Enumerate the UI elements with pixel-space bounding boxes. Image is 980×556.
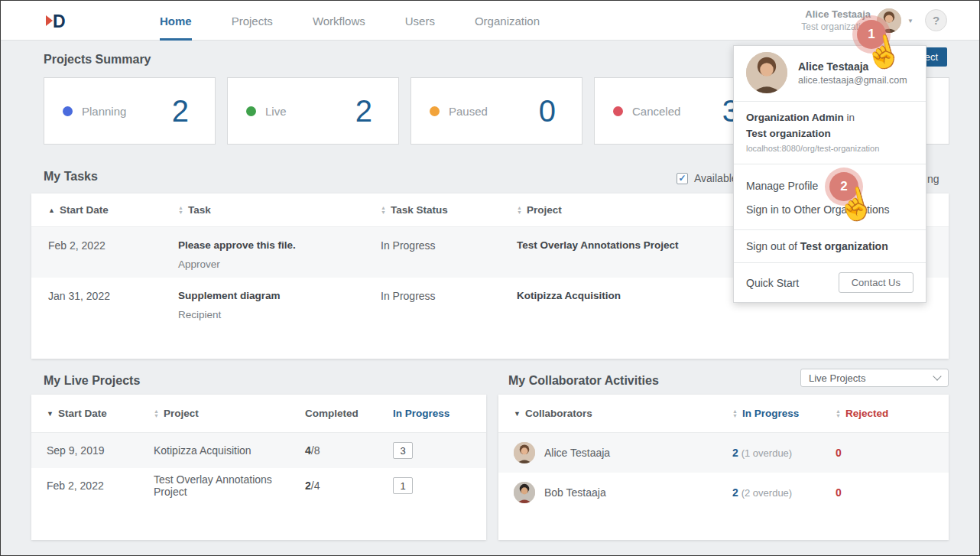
live-projects-table-header: ▼ Start Date ▲▼ Project Completed In Pro… — [31, 395, 486, 433]
caret-down-icon: ▼ — [907, 18, 913, 24]
my-live-projects-table: ▼ Start Date ▲▼ Project Completed In Pro… — [31, 395, 486, 540]
task-start-date: Feb 2, 2022 — [48, 239, 178, 252]
task-cell: Supplement diagram Recipient — [178, 290, 381, 320]
role-suffix: in — [844, 112, 855, 123]
col-rejected[interactable]: ▲▼ Rejected — [836, 408, 933, 419]
collaborator-cell: Alice Testaaja — [514, 442, 732, 463]
sort-icon: ▲▼ — [178, 206, 183, 215]
task-title: Please approve this file. — [178, 239, 381, 251]
nav-home[interactable]: Home — [160, 1, 192, 41]
tasks-filter-text-fragment: ng — [927, 173, 939, 185]
checkbox-checked-icon: ✓ — [677, 173, 688, 184]
quick-start-link[interactable]: Quick Start — [746, 277, 799, 289]
help-button[interactable]: ? — [925, 9, 947, 31]
my-collaborator-activities-title: My Collaborator Activities — [508, 374, 659, 388]
sort-icon: ▲▼ — [732, 409, 738, 418]
col-label: Project — [527, 204, 562, 216]
collaborator-row[interactable]: Alice Testaaja 2 (1 overdue) 0 — [498, 433, 949, 473]
collaborator-rejected: 0 — [836, 486, 933, 499]
task-role: Approver — [178, 258, 381, 270]
in-progress-count-button[interactable]: 3 — [393, 442, 413, 459]
col-label: Start Date — [58, 408, 107, 419]
completed-done: 4 — [305, 444, 311, 457]
in-progress-count: 2 — [732, 447, 738, 459]
chevron-down-icon — [933, 372, 941, 380]
col-in-progress[interactable]: ▲▼ In Progress — [732, 408, 836, 419]
my-tasks-title: My Tasks — [44, 170, 98, 184]
col-label: Task — [188, 204, 211, 216]
col-label: Rejected — [845, 408, 888, 419]
collaborator-cell: Bob Testaaja — [514, 482, 732, 503]
completed-done: 2 — [305, 480, 311, 492]
organization-info: Organization Admin in Test organization … — [734, 101, 926, 164]
project-in-progress-cell: 3 — [393, 442, 471, 459]
nav-workflows[interactable]: Workflows — [313, 1, 365, 41]
col-completed: Completed — [305, 408, 393, 419]
col-label: Collaborators — [525, 408, 592, 419]
project-completed: 4/8 — [305, 444, 393, 457]
collaborator-in-progress: 2 (1 overdue) — [732, 447, 836, 459]
available-tasks-checkbox[interactable]: ✓ Available — [677, 172, 738, 184]
task-cell: Please approve this file. Approver — [178, 239, 381, 270]
col-task-status[interactable]: ▲▼ Task Status — [381, 204, 517, 216]
collaborator-avatar — [514, 482, 535, 503]
menu-user-email: alice.testaaja@gmail.com — [798, 75, 907, 86]
dropdown-footer: Quick Start Contact Us — [734, 262, 926, 302]
checkbox-label: Available — [694, 172, 738, 184]
sort-descending-icon: ▼ — [514, 410, 521, 418]
summary-card-paused[interactable]: Paused 0 — [410, 77, 582, 145]
card-label: Live — [265, 105, 287, 118]
col-in-progress: In Progress — [393, 408, 471, 419]
summary-card-planning[interactable]: Planning 2 — [44, 77, 216, 145]
canceled-status-dot-icon — [613, 106, 623, 116]
main-nav: Home Projects Workflows Users Organizati… — [160, 1, 540, 41]
sort-icon: ▲▼ — [381, 206, 386, 215]
nav-organization[interactable]: Organization — [475, 1, 540, 41]
card-value: 0 — [539, 94, 556, 128]
col-task[interactable]: ▲▼ Task — [178, 204, 381, 216]
col-project[interactable]: ▲▼ Project — [154, 408, 305, 419]
project-start-date: Sep 9, 2019 — [47, 444, 154, 457]
task-start-date: Jan 31, 2022 — [48, 290, 178, 302]
task-role: Recipient — [178, 309, 381, 320]
collaborator-row[interactable]: Bob Testaaja 2 (2 overdue) 0 — [498, 473, 949, 512]
task-title: Supplement diagram — [178, 290, 381, 301]
completed-total: /4 — [311, 480, 320, 492]
summary-card-live[interactable]: Live 2 — [227, 77, 399, 145]
organization-name: Test organization — [746, 128, 913, 139]
sign-out-item[interactable]: Sign out of Test organization — [734, 229, 926, 262]
svg-text:D: D — [53, 11, 66, 31]
live-project-row[interactable]: Sep 9, 2019 Kotipizza Acquisition 4/8 3 — [31, 433, 486, 468]
collaborator-name: Bob Testaaja — [544, 486, 606, 499]
col-start-date[interactable]: ▲ Start Date — [48, 204, 178, 216]
task-status: In Progress — [381, 290, 517, 302]
col-label: Completed — [305, 408, 359, 419]
live-project-row[interactable]: Feb 2, 2022 Test Overlay Annotations Pro… — [31, 468, 486, 503]
project-completed: 2/4 — [305, 480, 393, 492]
card-label: Planning — [82, 105, 126, 118]
organization-url: localhost:8080/org/test-organization — [746, 144, 913, 153]
col-label: Task Status — [391, 204, 448, 216]
app-logo-icon[interactable]: D — [44, 9, 67, 32]
nav-projects[interactable]: Projects — [232, 1, 273, 41]
sign-out-prefix: Sign out of — [746, 240, 800, 252]
collaborator-avatar — [514, 442, 535, 463]
sort-icon: ▲▼ — [517, 206, 522, 215]
top-navigation-bar: D Home Projects Workflows Users Organiza… — [1, 1, 979, 41]
col-label: Start Date — [60, 204, 109, 216]
tutorial-step-2-badge: 2 ☝ — [829, 172, 858, 201]
collaborator-rejected: 0 — [836, 447, 933, 459]
nav-users[interactable]: Users — [405, 1, 435, 41]
project-name: Kotipizza Acquisition — [154, 444, 305, 457]
sign-in-other-orgs-item[interactable]: Sign in to Other Organizations — [734, 198, 926, 222]
sort-icon: ▲▼ — [154, 409, 159, 418]
projects-filter-select[interactable]: Live Projects — [800, 369, 949, 387]
in-progress-count-button[interactable]: 1 — [393, 477, 413, 494]
card-value: 2 — [355, 94, 372, 128]
col-collaborators[interactable]: ▼ Collaborators — [514, 408, 732, 419]
col-start-date[interactable]: ▼ Start Date — [47, 408, 154, 419]
my-live-projects-title: My Live Projects — [44, 374, 140, 388]
in-progress-count: 2 — [732, 486, 738, 499]
collaborators-table-header: ▼ Collaborators ▲▼ In Progress ▲▼ Reject… — [498, 395, 949, 433]
contact-us-button[interactable]: Contact Us — [839, 272, 913, 293]
